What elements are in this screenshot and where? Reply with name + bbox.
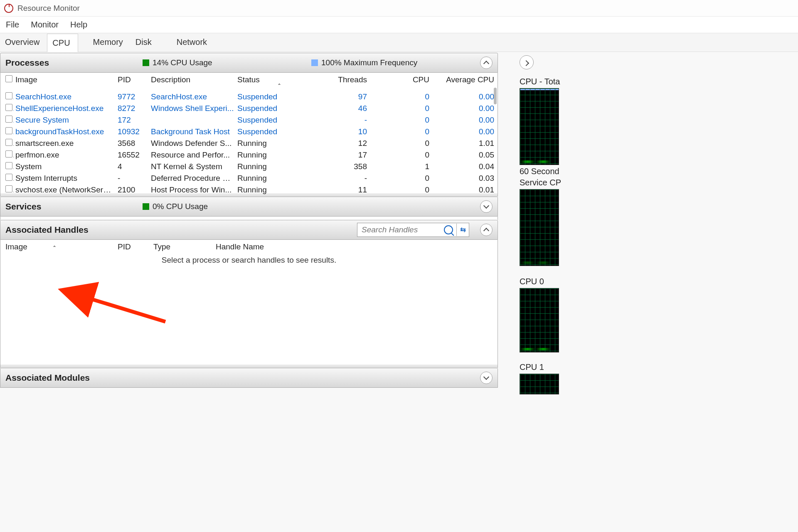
handles-empty-message: Select a process or search handles to se…	[0, 256, 498, 265]
cell-cpu: 0	[369, 139, 431, 148]
processes-title: Processes	[5, 58, 134, 68]
tab-network[interactable]: Network	[172, 33, 214, 52]
tab-disk[interactable]: Disk	[131, 33, 159, 52]
cell-threads: 97	[323, 92, 369, 101]
col-cpu[interactable]: CPU	[369, 75, 431, 89]
cell-pid: 3568	[116, 139, 149, 148]
tab-memory[interactable]: Memory	[88, 33, 131, 52]
cell-image: backgroundTaskHost.exe	[14, 127, 116, 136]
table-row[interactable]: svchost.exe (NetworkService...2100Host P…	[0, 184, 498, 196]
handles-table-header: Image⌃ PID Type Handle Name	[0, 240, 498, 256]
row-checkbox[interactable]	[5, 174, 12, 181]
col-description[interactable]: Description	[149, 75, 236, 89]
chevron-up-icon	[483, 61, 489, 66]
cell-description: Windows Shell Experi...	[149, 104, 236, 113]
cell-avg: 0.05	[431, 150, 496, 160]
handles-title: Associated Handles	[5, 225, 89, 235]
row-checkbox[interactable]	[5, 92, 12, 99]
cell-image: SearchHost.exe	[14, 92, 116, 101]
chart-cpu1	[520, 374, 559, 394]
table-row[interactable]: System Interrupts-Deferred Procedure C..…	[0, 172, 498, 184]
processes-collapse-button[interactable]	[480, 57, 493, 69]
select-all-checkbox[interactable]	[5, 75, 12, 82]
tab-cpu[interactable]: CPU	[47, 34, 78, 52]
cell-pid: 4	[116, 162, 149, 171]
hcol-image[interactable]: Image⌃	[5, 242, 118, 251]
menu-file[interactable]: File	[6, 20, 19, 30]
app-icon	[4, 4, 13, 13]
col-image[interactable]: Image	[14, 75, 116, 89]
cell-threads: 11	[323, 185, 369, 195]
search-handles-input[interactable]	[357, 224, 441, 236]
col-status[interactable]: Status⌃	[236, 75, 323, 89]
row-checkbox[interactable]	[5, 139, 12, 146]
cell-description: Background Task Host	[149, 127, 236, 136]
row-checkbox[interactable]	[5, 104, 12, 111]
hcol-type[interactable]: Type	[153, 242, 216, 251]
cell-avg: 0.03	[431, 174, 496, 183]
cell-cpu: 0	[369, 185, 431, 195]
hcol-pid[interactable]: PID	[118, 242, 153, 251]
cell-image: smartscreen.exe	[14, 139, 116, 148]
cell-pid: 8272	[116, 104, 149, 113]
tab-overview[interactable]: Overview	[0, 33, 47, 52]
col-pid[interactable]: PID	[116, 75, 149, 89]
cell-threads: 358	[323, 162, 369, 171]
row-checkbox[interactable]	[5, 127, 12, 134]
cell-threads: 10	[323, 127, 369, 136]
cell-image: Secure System	[14, 116, 116, 125]
services-usage-text: 0% CPU Usage	[153, 202, 208, 211]
services-expand-button[interactable]	[480, 200, 493, 213]
row-checkbox[interactable]	[5, 150, 12, 158]
titlebar: Resource Monitor	[0, 0, 798, 17]
menu-help[interactable]: Help	[70, 20, 87, 30]
cell-threads: 46	[323, 104, 369, 113]
handles-header[interactable]: Associated Handles ⇆	[0, 220, 498, 240]
modules-header[interactable]: Associated Modules	[0, 368, 498, 388]
services-header[interactable]: Services 0% CPU Usage	[0, 197, 498, 217]
table-row[interactable]: perfmon.exe16552Resource and Perfor...Ru…	[0, 149, 498, 161]
modules-title: Associated Modules	[5, 373, 134, 383]
row-checkbox[interactable]	[5, 162, 12, 169]
col-threads[interactable]: Threads	[323, 75, 369, 89]
cell-status: Running	[236, 185, 323, 195]
table-row[interactable]: System4NT Kernel & SystemRunning35810.04	[0, 161, 498, 172]
cell-threads: 17	[323, 150, 369, 160]
cell-pid: 10932	[116, 127, 149, 136]
max-freq-text: 100% Maximum Frequency	[321, 58, 417, 67]
cell-pid: -	[116, 174, 149, 183]
table-row[interactable]: smartscreen.exe3568Windows Defender S...…	[0, 138, 498, 149]
cell-description: Windows Defender S...	[149, 139, 236, 148]
table-row[interactable]: SearchHost.exe9772SearchHost.exeSuspende…	[0, 91, 498, 103]
chart-cpu-total	[520, 88, 559, 165]
table-row[interactable]: Secure System172Suspended-00.00	[0, 114, 498, 126]
col-avg-cpu[interactable]: Average CPU	[431, 75, 496, 89]
chart-cpu0	[520, 288, 559, 352]
cell-description: SearchHost.exe	[149, 92, 236, 101]
hcol-handle-name[interactable]: Handle Name	[216, 242, 493, 251]
cell-pid: 2100	[116, 185, 149, 195]
refresh-search-button[interactable]: ⇆	[456, 224, 469, 236]
cell-threads: 12	[323, 139, 369, 148]
search-icon[interactable]	[444, 225, 453, 234]
cell-status: Suspended	[236, 92, 323, 101]
menu-monitor[interactable]: Monitor	[31, 20, 59, 30]
row-checkbox[interactable]	[5, 185, 12, 192]
processes-header[interactable]: Processes 14% CPU Usage 100% Maximum Fre…	[0, 53, 498, 73]
table-row[interactable]: ShellExperienceHost.exe8272Windows Shell…	[0, 103, 498, 114]
side-expand-button[interactable]	[520, 55, 534, 69]
cell-avg: 0.00	[431, 92, 496, 101]
side-label-cpu0: CPU 0	[520, 277, 798, 286]
processes-table-header: Image PID Description Status⌃ Threads CP…	[0, 73, 498, 91]
row-checkbox[interactable]	[5, 116, 12, 123]
modules-expand-button[interactable]	[480, 372, 493, 384]
handles-collapse-button[interactable]	[480, 224, 493, 236]
table-row[interactable]: backgroundTaskHost.exe10932Background Ta…	[0, 126, 498, 138]
cell-image: ShellExperienceHost.exe	[14, 104, 116, 113]
cell-cpu: 0	[369, 174, 431, 183]
processes-scrollbar[interactable]	[494, 88, 497, 104]
cell-status: Suspended	[236, 104, 323, 113]
services-usage-icon	[143, 203, 149, 210]
chart-service-cpu	[520, 189, 559, 266]
cell-status: Suspended	[236, 127, 323, 136]
